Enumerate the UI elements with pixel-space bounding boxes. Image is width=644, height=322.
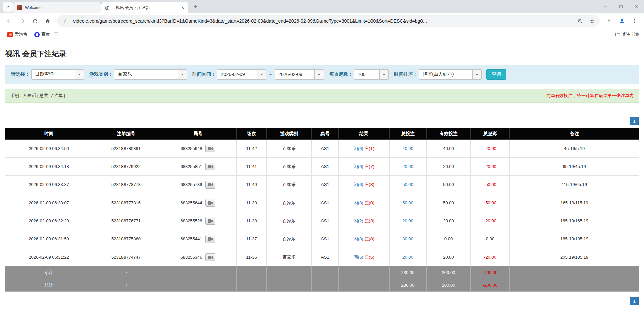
pagination-top: 1 — [5, 117, 639, 125]
video-replay-button[interactable] — [205, 181, 215, 189]
note-cell: 45.19/5.19 — [510, 140, 639, 158]
footer-result-cell — [339, 266, 390, 279]
forward-button[interactable] — [16, 15, 28, 27]
game-type-select[interactable]: 百家乐 — [114, 69, 187, 80]
caret-down-icon — [476, 74, 478, 75]
baidu-favicon-icon — [34, 32, 40, 37]
round-cell: 683255948 — [159, 140, 237, 158]
payout-cell: -20.00 — [471, 158, 510, 176]
total-bet-cell: 50.00 — [390, 176, 427, 194]
page-content: 视讯 会员下注纪录 请选择： 日期查询 游戏类别： 百家乐 时间区间： 2026… — [0, 40, 644, 305]
footer-payout-cell: -200.00 — [471, 266, 510, 279]
bookmarks-bar: 淘 爱淘宝 百度一下 所有书签 — [0, 29, 644, 40]
table-footer: 小计7230.00200.00-200.00总计7230.00200.00-20… — [5, 266, 639, 292]
per-page-select[interactable]: 100 — [354, 69, 389, 80]
video-replay-button[interactable] — [205, 217, 215, 225]
result-player: 闲(6) — [354, 255, 363, 260]
round-number: 683255346 — [180, 255, 202, 260]
total-bet-link[interactable]: 20.00 — [402, 218, 413, 223]
bet-records-table: 时间注单编号局号场次游戏类别桌号结果总投注有效投注总派彩备注 2026-02-0… — [5, 128, 639, 292]
footer-count-cell: 7 — [93, 266, 159, 279]
browser-menu-button[interactable] — [629, 15, 641, 27]
total-bet-link[interactable]: 50.00 — [402, 200, 413, 205]
footer-note-cell — [510, 279, 639, 292]
time-cell: 2026-02-09 06:32:29 — [5, 212, 93, 230]
total-bet-link[interactable]: 20.00 — [402, 255, 413, 260]
minimize-button[interactable] — [598, 0, 613, 13]
date-end-select[interactable]: 2026-02-09 — [275, 69, 324, 80]
total-bet-link[interactable]: 20.00 — [402, 164, 413, 169]
tab-title: Welcome — [25, 5, 89, 10]
zoom-button[interactable] — [576, 17, 584, 25]
dropdown-button[interactable] — [314, 70, 324, 79]
tab-close-icon[interactable] — [180, 5, 186, 11]
total-bet-link[interactable]: 50.00 — [402, 182, 413, 187]
new-tab-button[interactable] — [191, 2, 200, 11]
profile-button[interactable] — [616, 15, 628, 27]
navigation-bar: videoie.com/game/betrecord_search/kind3?… — [0, 13, 644, 29]
maximize-button[interactable] — [613, 0, 629, 13]
header-row: 时间注单编号局号场次游戏类别桌号结果总投注有效投注总派彩备注 — [5, 128, 639, 140]
total-bet-link[interactable]: 30.00 — [402, 236, 413, 241]
footer-session-cell — [237, 266, 267, 279]
total-bet-cell: 30.00 — [390, 230, 427, 248]
query-type-select[interactable]: 日期查询 — [31, 69, 84, 80]
caret-down-icon — [181, 74, 184, 75]
refresh-button[interactable] — [29, 15, 41, 27]
video-replay-button[interactable] — [205, 253, 215, 261]
page-1-button[interactable]: 1 — [630, 297, 639, 305]
video-replay-button[interactable] — [205, 145, 215, 152]
site-settings-icon — [63, 18, 68, 24]
refresh-icon — [32, 18, 38, 24]
footer-count-cell: 7 — [93, 279, 159, 292]
back-button[interactable] — [3, 15, 15, 27]
video-replay-button[interactable] — [205, 235, 215, 243]
all-bookmarks-button[interactable]: 所有书签 — [615, 32, 639, 37]
dropdown-button[interactable] — [257, 70, 266, 79]
page-title: 视讯 会员下注纪录 — [5, 40, 639, 65]
valid-bet-cell: 50.00 — [427, 176, 471, 194]
home-button[interactable] — [42, 15, 54, 27]
game-type-cell: 百家乐 — [267, 194, 312, 212]
bet-record-row: 2026-02-09 06:32:29523188776771683255528… — [5, 212, 639, 230]
video-replay-button[interactable] — [205, 199, 215, 207]
round-cell: 683255851 — [159, 158, 237, 176]
close-icon — [634, 4, 639, 9]
total-bet-link[interactable]: 40.00 — [402, 146, 413, 151]
round-cell: 683255644 — [159, 194, 237, 212]
tab-close-icon[interactable] — [92, 5, 98, 11]
date-start-select[interactable]: 2026-02-09 — [217, 69, 266, 80]
address-bar[interactable]: videoie.com/game/betrecord_search/kind3?… — [57, 15, 600, 27]
dropdown-button[interactable] — [379, 70, 388, 79]
bookmark-star-button[interactable] — [588, 17, 596, 25]
welcome-favicon-icon — [17, 5, 22, 10]
chevron-down-icon — [5, 4, 10, 9]
dropdown-button[interactable] — [75, 70, 84, 79]
game-type-value: 百家乐 — [114, 70, 178, 79]
note-cell: 115.19/65.19 — [510, 176, 639, 194]
tab-welcome[interactable]: Welcome — [13, 2, 101, 13]
caret-down-icon — [260, 74, 263, 75]
result-cell: 闲(8) 庄(0) — [339, 194, 390, 212]
currency-summary-text: 币别 : 人民币 | 总共 :7 注单 | — [10, 93, 65, 99]
page-1-button[interactable]: 1 — [630, 117, 639, 125]
search-button[interactable]: 查询 — [486, 69, 506, 80]
sort-select[interactable]: 降幂(由大到小) — [419, 69, 482, 80]
close-window-button[interactable] — [629, 0, 644, 13]
footer-game-cell — [267, 279, 312, 292]
bookmark-baidu[interactable]: 百度一下 — [32, 30, 61, 39]
tab-search-button[interactable] — [3, 2, 13, 12]
bookmark-aitaobao[interactable]: 淘 爱淘宝 — [5, 30, 30, 39]
video-replay-button[interactable] — [205, 163, 215, 170]
magnifier-zoom-icon — [577, 18, 583, 24]
footer-round-cell — [159, 279, 237, 292]
url-text[interactable]: videoie.com/game/betrecord_search/kind3?… — [73, 18, 572, 24]
result-banker: 庄(1) — [364, 146, 374, 151]
downloads-button[interactable] — [603, 15, 615, 27]
tab-betrecord[interactable]: :::视讯 会员下注纪录::: — [101, 2, 188, 13]
dropdown-button[interactable] — [178, 70, 187, 79]
round-wrap: 683255851 — [180, 163, 215, 170]
session-cell: 11-42 — [237, 140, 267, 158]
dropdown-button[interactable] — [472, 70, 481, 79]
site-info-button[interactable] — [61, 17, 70, 25]
